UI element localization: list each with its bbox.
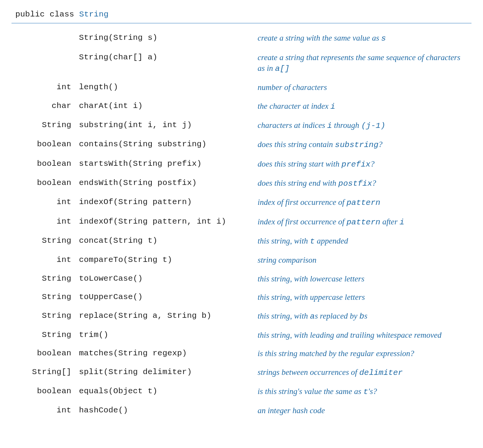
desc-code-fragment: i xyxy=(330,102,335,111)
method-description: is this string matched by the regular ex… xyxy=(255,344,472,363)
api-table: String(String s)create a string with the… xyxy=(12,29,472,420)
method-signature: trim() xyxy=(77,326,255,344)
class-header: public class String xyxy=(12,8,472,23)
desc-text-fragment: this string, with uppercase letters xyxy=(258,293,365,302)
desc-text-fragment: after xyxy=(380,217,399,226)
return-type: boolean xyxy=(12,174,77,193)
desc-code-fragment: i xyxy=(327,121,332,130)
desc-code-fragment: delimiter xyxy=(359,368,402,377)
return-type: int xyxy=(12,78,77,96)
desc-text-fragment: does this string start with xyxy=(258,159,342,168)
return-type: int xyxy=(12,401,77,420)
desc-code-fragment: s xyxy=(381,34,386,43)
desc-text-fragment: 's? xyxy=(368,387,377,396)
method-signature: indexOf(String pattern, int i) xyxy=(77,213,255,232)
method-signature: toUpperCase() xyxy=(77,288,255,306)
method-description: string comparison xyxy=(255,251,472,269)
desc-text-fragment: strings between occurrences of xyxy=(258,368,359,377)
method-signature: substring(int i, int j) xyxy=(77,116,255,135)
desc-text-fragment: index of first occurrence of xyxy=(258,217,347,226)
desc-text-fragment: index of first occurrence of xyxy=(258,198,347,207)
api-row: String(String s)create a string with the… xyxy=(12,29,472,48)
desc-text-fragment: an integer hash code xyxy=(258,406,325,415)
method-signature: equals(Object t) xyxy=(77,382,255,401)
desc-text-fragment: this string, with leading and trailing w… xyxy=(258,330,442,340)
method-signature: indexOf(String pattern) xyxy=(77,193,255,212)
api-row: booleanendsWith(String postfix)does this… xyxy=(12,174,472,193)
method-signature: concat(String t) xyxy=(77,232,255,251)
return-type: String xyxy=(12,116,77,135)
method-description: does this string contain substring? xyxy=(255,135,472,154)
desc-code-fragment: postfix xyxy=(338,179,372,188)
desc-text-fragment: string comparison xyxy=(258,255,316,265)
return-type: int xyxy=(12,213,77,232)
method-signature: String(char[] a) xyxy=(77,48,255,78)
desc-code-fragment: t xyxy=(310,237,315,246)
api-row: intcompareTo(String t)string comparison xyxy=(12,251,472,269)
method-signature: matches(String regexp) xyxy=(77,344,255,363)
return-type xyxy=(12,48,77,78)
method-description: this string, with t appended xyxy=(255,232,472,251)
desc-text-fragment: this string, with lowercase letters xyxy=(258,274,365,283)
desc-text-fragment: this string, with xyxy=(258,236,310,245)
method-signature: replace(String a, String b) xyxy=(77,307,255,326)
desc-text-fragment: ? xyxy=(378,140,383,149)
method-description: does this string start with prefix? xyxy=(255,155,472,174)
api-row: intlength()number of characters xyxy=(12,78,472,96)
desc-code-fragment: pattern xyxy=(347,218,380,227)
return-type: String xyxy=(12,232,77,251)
return-type: boolean xyxy=(12,344,77,363)
method-signature: startsWith(String prefix) xyxy=(77,155,255,174)
return-type: int xyxy=(12,251,77,269)
method-description: number of characters xyxy=(255,78,472,96)
desc-code-fragment: pattern xyxy=(347,198,380,207)
desc-text-fragment: ? xyxy=(372,178,376,188)
method-description: this string, with uppercase letters xyxy=(255,288,472,306)
api-row: Stringconcat(String t)this string, with … xyxy=(12,232,472,251)
desc-code-fragment: b xyxy=(360,312,365,321)
desc-text-fragment: does this string contain xyxy=(258,140,335,149)
desc-text-fragment: number of characters xyxy=(258,83,327,92)
api-row: booleancontains(String substring)does th… xyxy=(12,135,472,154)
api-row: StringtoLowerCase()this string, with low… xyxy=(12,270,472,288)
desc-text-fragment: does this string end with xyxy=(258,178,338,188)
api-row: inthashCode()an integer hash code xyxy=(12,401,472,420)
method-description: this string, with leading and trailing w… xyxy=(255,326,472,344)
return-type: String[] xyxy=(12,363,77,382)
desc-text-fragment: s replaced by xyxy=(315,311,359,320)
class-name: String xyxy=(79,10,108,19)
desc-text-fragment: appended xyxy=(315,236,348,245)
method-signature: endsWith(String postfix) xyxy=(77,174,255,193)
desc-code-fragment: a[] xyxy=(275,64,290,73)
desc-code-fragment: t xyxy=(363,388,368,396)
desc-text-fragment: the character at index xyxy=(258,101,330,111)
api-row: String[]split(String delimiter)strings b… xyxy=(12,363,472,382)
api-row: booleanstartsWith(String prefix)does thi… xyxy=(12,155,472,174)
return-type: String xyxy=(12,326,77,344)
return-type: String xyxy=(12,288,77,306)
api-row: charcharAt(int i)the character at index … xyxy=(12,97,472,116)
method-signature: contains(String substring) xyxy=(77,135,255,154)
desc-code-fragment: prefix xyxy=(342,160,371,169)
desc-code-fragment: a xyxy=(310,312,315,321)
desc-text-fragment: through xyxy=(332,121,361,130)
return-type: char xyxy=(12,97,77,116)
method-description: create a string with the same value as s xyxy=(255,29,472,48)
return-type: boolean xyxy=(12,382,77,401)
method-description: the character at index i xyxy=(255,97,472,116)
method-description: this string, with as replaced by bs xyxy=(255,307,472,326)
method-description: characters at indices i through (j-1) xyxy=(255,116,472,135)
method-description: index of first occurrence of pattern aft… xyxy=(255,213,472,232)
desc-text-fragment: s xyxy=(364,311,367,320)
method-description: does this string end with postfix? xyxy=(255,174,472,193)
desc-text-fragment: create a string with the same value as xyxy=(258,33,381,43)
method-description: an integer hash code xyxy=(255,401,472,420)
api-row: intindexOf(String pattern, int i)index o… xyxy=(12,213,472,232)
desc-text-fragment: is this string's value the same as xyxy=(258,387,363,396)
method-signature: length() xyxy=(77,78,255,96)
desc-code-fragment: (j-1) xyxy=(361,121,385,130)
method-description: strings between occurrences of delimiter xyxy=(255,363,472,382)
return-type xyxy=(12,29,77,48)
return-type: String xyxy=(12,270,77,288)
method-description: is this string's value the same as t's? xyxy=(255,382,472,401)
